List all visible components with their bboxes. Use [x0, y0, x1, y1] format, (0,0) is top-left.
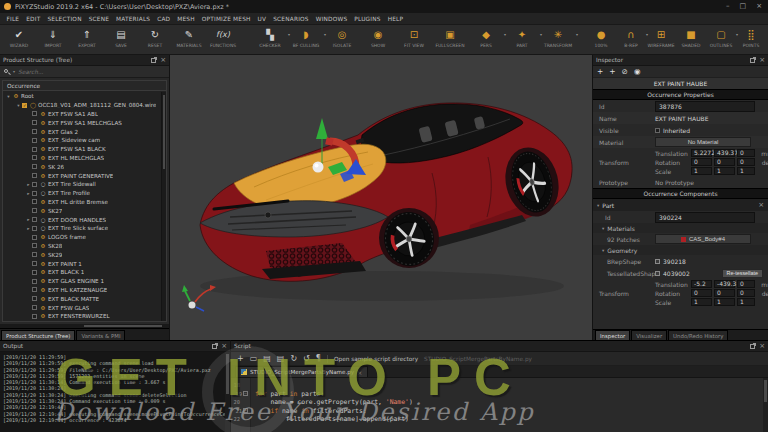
visibility-checkbox[interactable] — [32, 279, 37, 284]
toolbar-button-b-rep[interactable]: ∩▾B-REP — [616, 25, 646, 48]
visibility-checkbox[interactable] — [32, 129, 37, 134]
tree-item-ext-tire-slick-surface[interactable]: ▸○EXT Tire Slick surface — [3, 224, 166, 233]
close-button[interactable]: × — [756, 0, 762, 13]
toolbar-button-outlines[interactable]: ▢▾OUTLINES — [706, 25, 736, 48]
materials-subsection[interactable]: ▾ Materials — [593, 223, 768, 233]
tree-item-root[interactable]: ▾⚙Root — [3, 92, 166, 101]
tree-item-ext-fsw-sa1-black[interactable]: ⚙EXT FSW SA1 BLACK — [3, 145, 166, 154]
tree-item-sk29[interactable]: ⚙SK29 — [3, 250, 166, 259]
toolbar-button-isolate[interactable]: ◎ISOLATE — [324, 25, 360, 48]
tree-scrollbar[interactable] — [161, 92, 166, 321]
visibility-checkbox[interactable] — [32, 111, 37, 116]
reload-script-icon[interactable]: ↺ — [303, 352, 310, 366]
visibility-checkbox[interactable] — [32, 182, 37, 187]
popout-icon[interactable] — [151, 58, 156, 63]
editor-code[interactable]: for part in parts: name = core.getProper… — [251, 378, 768, 432]
menu-item-mesh[interactable]: MESH — [174, 16, 199, 22]
focus-icon[interactable]: ◉ — [634, 66, 641, 78]
popout-icon[interactable] — [750, 58, 755, 63]
dropdown-icon[interactable]: ▾ — [576, 32, 578, 37]
visibility-checkbox[interactable] — [32, 252, 37, 257]
translation-z[interactable]: 0 — [737, 149, 755, 157]
tree-item-ext-black-1[interactable]: ⚙EXT BLACK 1 — [3, 268, 166, 277]
visibility-checkbox[interactable] — [32, 199, 37, 204]
run-script-icon[interactable]: ↻ — [290, 352, 297, 366]
toolbar-button-fit-view[interactable]: ⊡FIT VIEW — [396, 25, 432, 48]
expand-arrow-icon[interactable]: ▸ — [25, 191, 32, 196]
toolbar-button-import[interactable]: ⇓IMPORT — [36, 25, 70, 48]
visibility-checkbox[interactable] — [32, 235, 37, 240]
tree-list[interactable]: ▾⚙Root▾✓◯OCC18_V01_ADM_181112_GEN_0804.w… — [3, 91, 166, 321]
toolbar-button-fullscreen[interactable]: ▣FULLSCREEN — [432, 25, 468, 48]
save-script-icon[interactable]: ▤ — [263, 352, 271, 366]
toolbar-button-part[interactable]: ✦▾PART — [504, 25, 540, 48]
visibility-checkbox[interactable] — [32, 155, 37, 160]
search-input[interactable]: Search... — [18, 69, 43, 75]
tree-item-ext-glas-engine-1[interactable]: ⚙EXT GLAS ENGINE 1 — [3, 277, 166, 286]
tree-item-sk28[interactable]: ⚙SK28 — [3, 242, 166, 251]
visibility-checkbox[interactable] — [32, 147, 37, 152]
tree-item-ext-tire-profile[interactable]: ▸○EXT Tire Profile — [3, 189, 166, 198]
tree-item-ext-fsw-sa1-abl[interactable]: ⚙EXT FSW SA1 ABL — [3, 110, 166, 119]
menu-item-uv[interactable]: UV — [254, 16, 270, 22]
toolbar-button-checker[interactable]: ▚▾CHECKER — [252, 25, 288, 48]
add-property-icon[interactable]: + — [597, 66, 603, 78]
add-component-icon[interactable]: + — [609, 66, 615, 78]
menu-item-scene[interactable]: SCENE — [85, 16, 112, 22]
visibility-checkbox[interactable] — [32, 164, 37, 169]
viewport-3d[interactable] — [170, 55, 592, 340]
visible-checkbox[interactable] — [655, 128, 660, 133]
format-icon[interactable]: ¶ — [316, 352, 321, 366]
expand-arrow-icon[interactable]: ▾ — [15, 103, 22, 108]
menu-item-plugins[interactable]: PLUGINS — [351, 16, 384, 22]
search-filter-dropdown-icon[interactable]: ▾ — [13, 69, 15, 74]
tree-item-sk27[interactable]: ⚙SK27 — [3, 206, 166, 215]
toolbar-button-functions[interactable]: f(x)FUNCTIONS — [206, 25, 240, 48]
translation-x[interactable]: 5.22721 — [691, 149, 712, 157]
visibility-checkbox[interactable] — [32, 287, 37, 292]
expand-arrow-icon[interactable]: ▸ — [25, 226, 32, 231]
visibility-checkbox[interactable] — [32, 191, 37, 196]
minimize-button[interactable]: – — [726, 0, 730, 13]
tree-item-ext-door-handles[interactable]: ▸○EXT DOOR HANDLES — [3, 215, 166, 224]
toolbar-button-show[interactable]: ◉SHOW — [360, 25, 396, 48]
visibility-checkbox[interactable] — [32, 173, 37, 178]
close-panel-icon[interactable]: × — [759, 344, 765, 349]
comp-translation-z[interactable]: 0 — [737, 280, 755, 288]
tree-item-ext-paint-generative[interactable]: ⚙EXT PAINT GENERATIVE — [3, 171, 166, 180]
toolbar-button-pers[interactable]: ◆▾PERS — [468, 25, 504, 48]
comp-rotation-y[interactable]: 0 — [714, 289, 735, 297]
close-panel-icon[interactable]: × — [221, 344, 227, 349]
comp-translation-x[interactable]: -5.2 — [691, 280, 712, 288]
tree-item-ext-hl-melchglas[interactable]: ⚙EXT HL MELCHGLAS — [3, 154, 166, 163]
tree-hscrollbar[interactable] — [0, 324, 169, 328]
open-folder-icon[interactable]: ▭ — [250, 352, 258, 366]
visibility-checkbox[interactable] — [32, 296, 37, 301]
visibility-checkbox[interactable] — [32, 261, 37, 266]
rotation-z[interactable]: 0 — [737, 158, 755, 166]
tree-item-ext-sideview-cam[interactable]: ⚙EXT_Sideview cam — [3, 136, 166, 145]
rotation-y[interactable]: 0 — [714, 158, 735, 166]
tab-product-structure-tree[interactable]: Product Structure (Tree) — [1, 330, 75, 340]
visibility-checkbox[interactable] — [32, 138, 37, 143]
tree-item-logos-frame[interactable]: ⚙LOGOS frame — [3, 233, 166, 242]
collapse-arrow-icon[interactable]: ▾ — [597, 203, 599, 208]
menu-item-windows[interactable]: WINDOWS — [312, 16, 351, 22]
comp-scale-y[interactable]: 1 — [714, 298, 735, 306]
tree-item-ext-tire-sidewall[interactable]: ▸○EXT Tire Sidewall — [3, 180, 166, 189]
tree-item-ext-glas-2[interactable]: ⚙EXT Glas 2 — [3, 127, 166, 136]
scale-y[interactable]: 1 — [714, 167, 735, 175]
tree-item-ext-black-matte[interactable]: ⚙EXT BLACK MATTE — [3, 294, 166, 303]
expand-arrow-icon[interactable]: ▸ — [25, 217, 32, 222]
comp-rotation-z[interactable]: 0 — [737, 289, 755, 297]
comp-scale-x[interactable]: 1 — [691, 298, 712, 306]
visibility-checkbox[interactable] — [32, 120, 37, 125]
code-editor[interactable]: 1819–2021–22 for part in parts: name = c… — [231, 378, 768, 432]
remove-component-icon[interactable]: × — [758, 203, 764, 208]
output-console[interactable]: [2019/11/20 11:29:59][2019/11/20 11:29:5… — [0, 352, 230, 432]
geometry-subsection[interactable]: ▾ Geometry — [593, 245, 768, 255]
toolbar-button-transform[interactable]: ✳▾TRANSFORM — [540, 25, 576, 48]
fold-marker-icon[interactable]: – — [243, 408, 248, 413]
save-as-icon[interactable]: ▤ — [277, 352, 285, 366]
toolbar-button-100[interactable]: ●100% — [586, 25, 616, 48]
